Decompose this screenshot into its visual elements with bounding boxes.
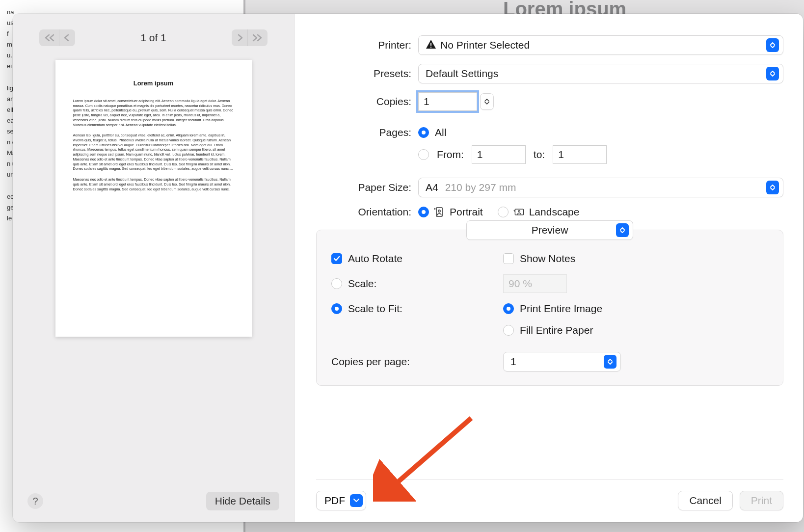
presets-value: Default Settings — [426, 68, 766, 80]
pdf-label: PDF — [324, 495, 345, 506]
print-entire-image-radio[interactable] — [503, 303, 514, 314]
copies-per-page-value: 1 — [510, 356, 604, 368]
preview-paragraph: Maecenas nec odio et ante tincidunt temp… — [73, 177, 234, 191]
next-page-button[interactable] — [232, 29, 247, 46]
presets-select[interactable]: Default Settings — [418, 64, 783, 83]
landscape-icon — [513, 207, 524, 217]
scale-to-fit-label: Scale to Fit: — [348, 303, 402, 315]
chevron-up-down-icon — [766, 38, 779, 52]
copies-per-page-select[interactable]: 1 — [503, 352, 621, 372]
pages-to-input[interactable] — [553, 145, 607, 164]
pages-range-radio[interactable] — [418, 149, 429, 160]
page-counter: 1 of 1 — [140, 32, 166, 44]
section-value: Preview — [474, 224, 616, 236]
orientation-landscape-radio[interactable] — [498, 207, 509, 217]
chevron-up-down-icon — [766, 181, 779, 194]
pages-to-label: to: — [534, 149, 545, 160]
orientation-label: Orientation: — [316, 206, 418, 218]
auto-rotate-label: Auto Rotate — [348, 253, 402, 265]
fill-entire-paper-radio[interactable] — [503, 325, 514, 336]
prev-page-group — [39, 29, 75, 46]
paper-size-label: Paper Size: — [316, 182, 418, 193]
svg-rect-1 — [430, 47, 431, 48]
portrait-icon — [434, 207, 445, 217]
hide-details-button[interactable]: Hide Details — [206, 492, 279, 510]
chevron-up-down-icon — [766, 67, 779, 80]
presets-label: Presets: — [316, 68, 418, 80]
pdf-menu-button[interactable]: PDF — [316, 491, 366, 510]
preview-paragraph: Aenean leo ligula, porttitor eu, consequ… — [73, 133, 234, 171]
last-page-button[interactable] — [247, 29, 268, 46]
show-notes-label: Show Notes — [520, 253, 575, 265]
copies-input[interactable] — [418, 92, 477, 111]
print-dialog: 1 of 1 Lorem ipsum Lorem ipsum dolor sit… — [13, 14, 803, 522]
cancel-button[interactable]: Cancel — [678, 491, 732, 510]
scale-to-fit-radio[interactable] — [331, 303, 342, 314]
orientation-portrait-label: Portrait — [450, 206, 483, 218]
orientation-portrait-radio[interactable] — [418, 207, 429, 217]
svg-point-5 — [518, 211, 520, 212]
auto-rotate-checkbox[interactable] — [331, 253, 342, 264]
chevron-up-down-icon — [604, 355, 616, 369]
orientation-landscape-label: Landscape — [529, 206, 580, 218]
page-preview: Lorem ipsum Lorem ipsum dolor sit amet, … — [55, 60, 252, 337]
warning-icon — [426, 39, 436, 52]
show-notes-checkbox[interactable] — [503, 253, 514, 264]
print-button[interactable]: Print — [740, 491, 783, 510]
printer-value: No Printer Selected — [440, 39, 530, 51]
fill-entire-paper-label: Fill Entire Paper — [520, 324, 593, 336]
next-page-group — [232, 29, 268, 46]
section-select[interactable]: Preview — [466, 220, 633, 240]
paper-size-value: A4 — [426, 182, 438, 193]
preview-title: Lorem ipsum — [73, 80, 234, 87]
scale-label: Scale: — [348, 278, 376, 290]
first-page-button[interactable] — [39, 29, 59, 46]
settings-panel: Printer: No Printer Selected Presets: De… — [295, 14, 803, 522]
chevron-down-icon — [350, 494, 363, 507]
preview-panel: 1 of 1 Lorem ipsum Lorem ipsum dolor sit… — [13, 14, 295, 522]
prev-page-button[interactable] — [59, 29, 75, 46]
copies-per-page-label: Copies per page: — [331, 356, 410, 368]
printer-select[interactable]: No Printer Selected — [418, 35, 783, 55]
pages-all-label: All — [435, 127, 446, 138]
svg-point-3 — [438, 210, 440, 212]
print-entire-image-label: Print Entire Image — [520, 303, 602, 315]
preview-paragraph: Lorem ipsum dolor sit amet, consectetuer… — [73, 99, 234, 127]
pages-from-input[interactable] — [472, 145, 526, 164]
pages-all-radio[interactable] — [418, 127, 429, 138]
printer-label: Printer: — [316, 39, 418, 51]
pages-from-label: From: — [437, 149, 464, 160]
chevron-up-down-icon — [616, 223, 629, 237]
scale-radio[interactable] — [331, 278, 342, 289]
help-button[interactable]: ? — [27, 493, 43, 509]
scale-input[interactable] — [503, 274, 567, 293]
app-options-panel: Preview Auto Rotate Show Notes — [316, 230, 783, 386]
pages-label: Pages: — [316, 127, 418, 138]
copies-label: Copies: — [316, 96, 418, 107]
paper-size-select[interactable]: A4 210 by 297 mm — [418, 178, 783, 197]
copies-stepper[interactable] — [480, 93, 494, 110]
paper-size-dim: 210 by 297 mm — [445, 182, 516, 193]
svg-rect-0 — [430, 43, 431, 46]
